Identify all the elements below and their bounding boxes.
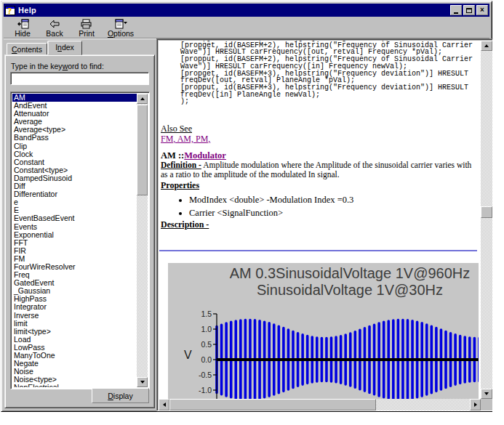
horizontal-scrollbar[interactable] [159,399,481,410]
list-item[interactable]: EventBasedEvent [12,214,137,222]
svg-text:1.0: 1.0 [201,325,212,333]
left-arrow-icon [163,402,166,407]
scroll-left-button[interactable] [159,399,169,410]
properties-list: ModIndex <double> -Modulation Index =0.3… [189,195,353,221]
topic-heading: AM ::Modulator [161,150,226,161]
list-item[interactable]: FourWireResolver [12,263,137,271]
close-button[interactable]: × [476,5,488,15]
modulator-link[interactable]: Modulator [184,150,226,161]
keyword-listbox: AMAndEventAttenuatorAverageAverage<type>… [10,92,150,389]
horizontal-rule [159,250,477,251]
maximize-button[interactable] [463,5,475,15]
definition-text: Definition - Amplitude modulation where … [161,161,478,179]
scroll-up-button[interactable] [481,41,492,51]
right-arrow-icon [474,402,477,407]
window-title: Help [18,6,36,15]
down-arrow-icon [140,381,145,384]
close-icon: × [480,7,484,14]
print-button[interactable]: Print [72,17,101,38]
screen: Help × Hide [0,0,504,425]
down-arrow-icon [484,392,489,395]
y-axis-label: V [184,349,192,362]
description-label: Description - [161,219,209,230]
vertical-scrollbar[interactable] [481,41,492,399]
keyword-list-scrollbar[interactable] [137,94,148,387]
scrollbar-thumb[interactable] [169,399,376,410]
topic-content[interactable]: Wave")] HRESULT ampProduct([in] Voltage … [159,41,480,399]
list-item[interactable]: BandPass [12,134,137,142]
hide-icon [16,18,29,30]
keyword-input[interactable] [10,72,149,85]
list-item[interactable]: NonElectrical [12,384,137,387]
property-item: Carrier <SignalFunction> [189,208,353,219]
keyword-rows: AMAndEventAttenuatorAverageAverage<type>… [12,94,137,387]
scroll-down-button[interactable] [481,389,492,399]
toolbar: Hide Back [4,17,489,38]
idl-code-block: Wave")] HRESULT ampProduct([in] Voltage … [180,41,473,105]
list-item[interactable]: limit<type> [12,328,137,336]
tab-contents[interactable]: Contents [7,43,47,55]
svg-text:-1.0: -1.0 [199,386,212,394]
index-tab-page: Type in the keyword to find: AMAndEventA… [4,54,155,408]
help-book-icon [5,6,15,15]
up-arrow-icon [484,44,489,47]
display-button[interactable]: Display [92,388,149,403]
scrollbar-thumb[interactable] [481,206,492,218]
list-item[interactable]: Exponential [12,231,137,239]
list-item[interactable]: e [12,198,137,206]
up-arrow-icon [140,97,145,100]
also-see-links[interactable]: FM, AM, PM, [161,134,210,145]
list-item[interactable]: Events [12,223,137,231]
scroll-right-button[interactable] [470,399,481,410]
topic-pane: Wave")] HRESULT ampProduct([in] Voltage … [156,39,493,411]
minimize-button[interactable] [450,5,462,15]
tab-index[interactable]: Index [47,41,82,55]
also-see-label: Also See [161,124,192,134]
printer-icon [80,18,93,30]
properties-label: Properties [161,180,199,191]
svg-text:0.5: 0.5 [201,340,212,349]
back-button[interactable]: Back [40,17,69,38]
property-item: ModIndex <double> -Modulation Index =0.3 [189,195,353,206]
am-waveform-chart: AM 0.3SinusoidalVoltage 1V@960Hz Sinusoi… [168,263,479,399]
keyword-find-label: Type in the keyword to find: [11,62,104,70]
list-item[interactable]: Inverse [12,312,137,320]
list-item[interactable]: DampedSinusoid [12,174,137,182]
waveform-plot: 1.51.00.50.0-0.5-1.0 [168,263,479,399]
minimize-icon [454,12,458,14]
list-item[interactable]: Integrator [12,303,137,311]
list-item[interactable]: FFT [12,239,137,247]
scrollbar-thumb[interactable] [137,105,148,195]
help-window: Help × Hide [1,1,492,412]
list-item[interactable]: Clip [12,142,137,150]
back-arrow-icon [48,18,61,30]
svg-text:1.5: 1.5 [201,309,212,318]
scroll-down-button[interactable] [137,377,148,387]
scrollbar-corner [481,399,492,410]
list-item[interactable]: Differentiator [12,190,137,198]
title-bar[interactable]: Help × [4,4,489,17]
scroll-up-button[interactable] [137,94,148,104]
list-item[interactable]: FIR [12,247,137,255]
hide-button[interactable]: Hide [8,17,37,38]
navigation-pane: Contents Index Type in the keyword to fi… [4,40,156,408]
svg-text:-0.5: -0.5 [199,371,212,379]
options-button[interactable]: Options [104,17,137,38]
options-icon [113,18,128,30]
svg-text:0.0: 0.0 [201,355,212,364]
maximize-icon [466,8,472,13]
